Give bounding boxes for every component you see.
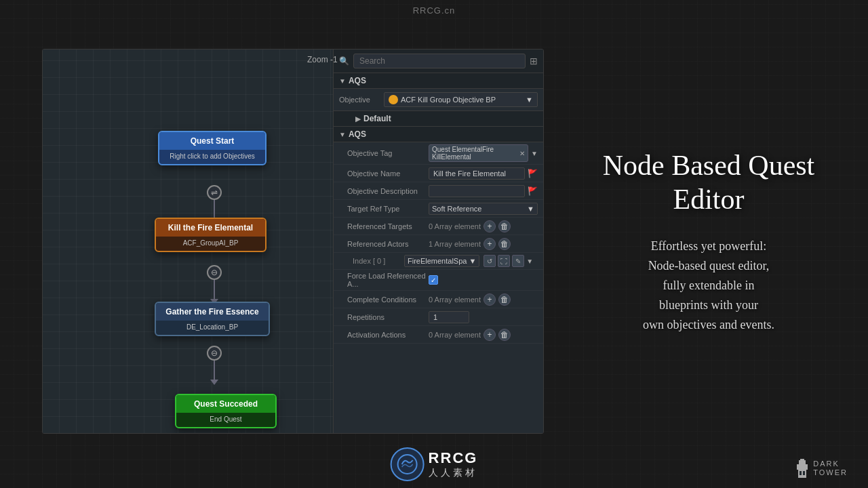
complete-cond-array: 0 Array element + 🗑 [429, 293, 511, 306]
repetitions-value [429, 311, 538, 323]
aqs-sub-label: AQS [349, 129, 366, 139]
conn-line-2 [214, 280, 215, 299]
search-bar: 🔍 ⊞ [334, 49, 543, 73]
repetitions-input[interactable] [429, 311, 469, 323]
kill-node[interactable]: Kill the Fire Elemental ACF_GroupAI_BP [155, 218, 267, 252]
tower-text: TOWER [813, 468, 848, 477]
right-panel: Node Based Quest Editor Effortless yet p… [570, 49, 848, 434]
conn-line-3 [214, 361, 215, 380]
rrcg-emblem [397, 453, 418, 475]
grid-view-icon[interactable]: ⊞ [530, 56, 538, 66]
repetitions-row: Repetitions [334, 308, 543, 326]
force-load-value: ✓ [429, 275, 538, 285]
desc-flag-icon: 🚩 [528, 186, 538, 196]
ref-targets-del-btn[interactable]: 🗑 [498, 220, 511, 232]
conn-line-1 [214, 200, 215, 219]
refresh-icon-btn[interactable]: ↺ [484, 255, 496, 267]
dark-tower-logo: DARK TOWER [795, 459, 848, 478]
default-label: Default [363, 114, 391, 123]
ref-targets-array: 0 Array element + 🗑 [429, 220, 511, 232]
node-canvas[interactable]: Zoom -1 Quest Start Right click to add O… [43, 49, 355, 433]
objective-desc-input[interactable] [429, 185, 525, 197]
target-ref-text: Soft Reference [432, 205, 481, 213]
rrcg-logo: RRCG 人人素材 [391, 447, 478, 481]
objective-desc-row: Objective Description 🚩 [334, 182, 543, 200]
connector-2: ⊖ [207, 265, 222, 304]
right-panel-desc: Effortless yet powerful:Node-based quest… [643, 237, 774, 334]
ref-actors-array: 1 Array element + 🗑 [429, 238, 511, 250]
objective-tag-row: Objective Tag Quest ElementalFire KillEl… [334, 142, 543, 165]
objective-name-row: Objective Name 🚩 [334, 165, 543, 182]
link-icon-btn[interactable]: ⛶ [498, 255, 510, 267]
ref-actors-del-btn[interactable]: 🗑 [498, 238, 511, 250]
conn-circle-1: ⇌ [207, 185, 222, 200]
ref-actors-row: Referenced Actors 1 Array element + 🗑 [334, 235, 543, 253]
rrcg-text-group: RRCG 人人素材 [429, 449, 478, 479]
kill-header: Kill the Fire Elemental [156, 219, 265, 237]
dropdown-arrow: ▼ [526, 96, 533, 104]
ref-targets-value: 0 Array element + 🗑 [429, 220, 538, 232]
quest-start-body: Right click to add Objectives [159, 150, 265, 164]
target-ref-value: Soft Reference ▼ [429, 203, 538, 215]
complete-cond-text: 0 Array element [429, 296, 481, 304]
kill-body: ACF_GroupAI_BP [156, 237, 265, 251]
force-load-label: Force Load Referenced A... [347, 272, 429, 288]
force-load-checkbox[interactable]: ✓ [429, 275, 438, 285]
objective-desc-label: Objective Description [347, 187, 429, 195]
target-ref-label: Target Ref Type [347, 205, 429, 213]
activation-array: 0 Array element + 🗑 [429, 329, 511, 341]
conn-circle-2: ⊖ [207, 265, 222, 280]
objective-icon [389, 95, 398, 104]
success-node[interactable]: Quest Succeded End Quest [175, 394, 277, 428]
index-arrow: ▼ [469, 257, 476, 265]
ref-actors-add-btn[interactable]: + [484, 238, 496, 250]
aqs-section-header[interactable]: ▼ AQS [334, 73, 543, 89]
complete-cond-del-btn[interactable]: 🗑 [498, 293, 511, 306]
search-input[interactable] [353, 54, 526, 68]
objective-row: Objective ACF Kill Group Objective BP ▼ [334, 89, 543, 111]
objective-name-input[interactable] [429, 167, 525, 180]
activation-actions-value: 0 Array element + 🗑 [429, 329, 538, 341]
objective-tag-label: Objective Tag [347, 149, 429, 157]
objective-value: ACF Kill Group Objective BP [401, 96, 496, 104]
ref-targets-add-btn[interactable]: + [484, 220, 496, 232]
right-panel-title: Node Based Quest Editor [583, 148, 834, 217]
activation-del-btn[interactable]: 🗑 [498, 329, 511, 341]
tag-chip: Quest ElementalFire KillElemental ✕ [429, 144, 528, 162]
ref-actors-value: 1 Array element + 🗑 [429, 238, 538, 250]
objective-dropdown[interactable]: ACF Kill Group Objective BP ▼ [384, 92, 538, 107]
ref-targets-label: Referenced Targets [347, 222, 429, 230]
bottom-logos: RRCG 人人素材 [391, 447, 478, 481]
default-section-header[interactable]: ▶ Default [334, 111, 543, 127]
tag-dropdown-btn[interactable]: ▼ [531, 150, 538, 157]
objective-desc-value: 🚩 [429, 185, 538, 197]
svg-rect-1 [798, 468, 806, 478]
activation-add-btn[interactable]: + [484, 329, 496, 341]
index-row: Index [ 0 ] FireElementalSpa ▼ ↺ ⛶ ✎ ▼ [334, 253, 543, 270]
top-watermark: RRCG.cn [413, 5, 456, 16]
svg-rect-6 [803, 471, 805, 475]
objective-label: Objective [339, 96, 380, 104]
rrcg-circle-icon [391, 447, 425, 481]
force-load-row: Force Load Referenced A... ✓ [334, 270, 543, 291]
success-header: Quest Succeded [176, 395, 275, 413]
svg-rect-5 [800, 471, 802, 475]
rrcg-sub-text: 人人素材 [429, 467, 477, 479]
objective-name-value: 🚩 [429, 167, 538, 180]
tag-close-btn[interactable]: ✕ [519, 150, 525, 157]
aqs-sub-arrow: ▼ [339, 131, 346, 138]
tag-text: Quest ElementalFire KillElemental [432, 146, 517, 161]
complete-cond-add-btn[interactable]: + [484, 293, 496, 306]
index-more-arrow[interactable]: ▼ [526, 258, 533, 265]
rrcg-main-text: RRCG [429, 449, 478, 467]
arrow-icon: ▼ [339, 77, 346, 85]
quest-start-node[interactable]: Quest Start Right click to add Objective… [158, 131, 267, 165]
activation-actions-label: Activation Actions [347, 331, 429, 339]
edit-icon-btn[interactable]: ✎ [512, 255, 524, 267]
conn-circle-3: ⊖ [207, 346, 222, 361]
index-dropdown[interactable]: FireElementalSpa ▼ [404, 255, 479, 267]
quest-start-header: Quest Start [159, 132, 265, 150]
aqs-sub-section-header[interactable]: ▼ AQS [334, 127, 543, 142]
gather-node[interactable]: Gather the Fire Essence DE_Location_BP [155, 302, 270, 336]
target-ref-dropdown[interactable]: Soft Reference ▼ [429, 203, 538, 215]
